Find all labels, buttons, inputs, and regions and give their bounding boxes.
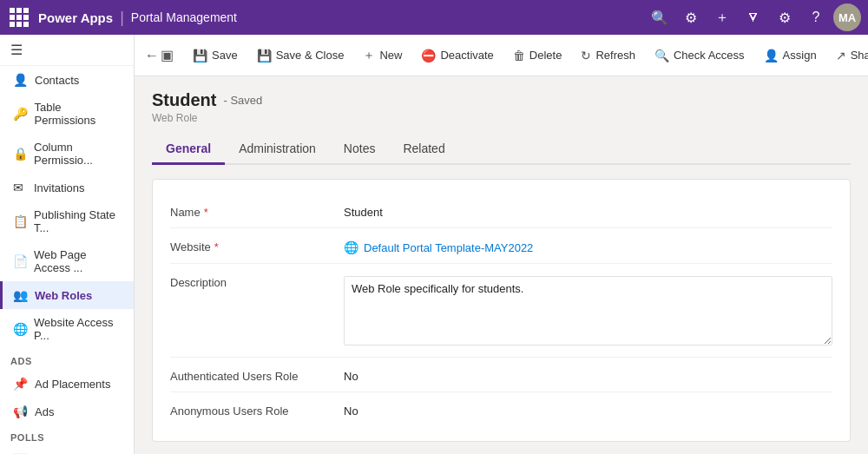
- share-label: Share: [851, 49, 868, 62]
- tabs: General Administration Notes Related: [152, 135, 851, 165]
- website-row: Website * 🌐 Default Portal Template-MAY2…: [170, 228, 832, 264]
- sidebar-item-ad-placements[interactable]: 📌 Ad Placements: [0, 370, 134, 398]
- check-access-icon: 🔍: [654, 49, 669, 63]
- save-close-label: Save & Close: [276, 49, 345, 62]
- deactivate-icon: ⛔: [421, 49, 436, 63]
- avatar[interactable]: MA: [833, 3, 861, 31]
- tab-administration[interactable]: Administration: [225, 135, 330, 165]
- sidebar-item-web-roles-label: Web Roles: [35, 289, 92, 302]
- add-icon[interactable]: ＋: [708, 3, 736, 31]
- sidebar-item-column-permissions[interactable]: 🔒 Column Permissio...: [0, 134, 134, 174]
- page-title: Student: [152, 90, 216, 110]
- save-label: Save: [212, 49, 238, 62]
- main-content: ← ▣ 💾 Save 💾 Save & Close ＋ New ⛔ Deacti…: [135, 35, 868, 454]
- sidebar-item-column-permissions-label: Column Permissio...: [34, 141, 123, 167]
- check-access-label: Check Access: [674, 49, 745, 62]
- help-icon[interactable]: ?: [802, 3, 830, 31]
- save-icon: 💾: [193, 49, 207, 63]
- name-required: *: [204, 206, 208, 219]
- sidebar-item-contacts-label: Contacts: [35, 74, 79, 87]
- assign-label: Assign: [783, 49, 817, 62]
- name-value: Student: [344, 202, 832, 219]
- sidebar-item-web-page-access-label: Web Page Access ...: [34, 248, 123, 274]
- assign-icon: 👤: [764, 49, 779, 63]
- sidebar-item-web-roles[interactable]: 👥 Web Roles: [0, 281, 134, 309]
- sidebar-collapse-btn[interactable]: ☰: [0, 35, 134, 66]
- top-bar-icons: 🔍 ⚙ ＋ ⛛ ⚙ ? MA: [646, 3, 861, 31]
- search-icon[interactable]: 🔍: [646, 3, 674, 31]
- module-name: Portal Management: [131, 10, 237, 24]
- form-container: Name * Student Website * 🌐 Default Porta…: [152, 179, 851, 442]
- sidebar: ☰ 👤 Contacts 🔑 Table Permissions 🔒 Colum…: [0, 35, 135, 454]
- web-page-access-icon: 📄: [13, 254, 27, 268]
- app-name: Power Apps | Portal Management: [38, 9, 237, 27]
- sidebar-item-publishing-state[interactable]: 📋 Publishing State T...: [0, 201, 134, 241]
- refresh-label: Refresh: [595, 49, 635, 62]
- ads-section-header: Ads: [0, 349, 134, 370]
- tab-notes[interactable]: Notes: [330, 135, 390, 165]
- website-label: Website *: [170, 237, 344, 253]
- description-textarea[interactable]: Web Role specifically for students.: [344, 276, 832, 345]
- filter-icon[interactable]: ⛛: [740, 3, 767, 31]
- new-icon: ＋: [363, 48, 375, 63]
- website-value[interactable]: 🌐 Default Portal Template-MAY2022: [344, 237, 832, 254]
- saved-status: - Saved: [223, 94, 262, 107]
- delete-button[interactable]: 🗑 Delete: [504, 43, 571, 68]
- description-label: Description: [170, 273, 344, 289]
- description-value-container: Web Role specifically for students.: [344, 273, 832, 348]
- share-icon: ↗: [836, 49, 846, 63]
- sidebar-item-contacts[interactable]: 👤 Contacts: [0, 66, 134, 94]
- save-close-icon: 💾: [257, 49, 272, 63]
- website-access-icon: 🌐: [13, 322, 27, 336]
- waffle-icon: [10, 8, 29, 27]
- save-close-button[interactable]: 💾 Save & Close: [248, 43, 353, 68]
- name-label: Name *: [170, 202, 344, 219]
- sidebar-item-poll-placements[interactable]: 📊 Poll Placements: [0, 446, 134, 454]
- sidebar-item-ads[interactable]: 📢 Ads: [0, 398, 134, 425]
- check-access-button[interactable]: 🔍 Check Access: [646, 43, 753, 68]
- sidebar-item-ads-label: Ads: [35, 405, 54, 418]
- contacts-icon: 👤: [13, 73, 28, 87]
- gear-icon[interactable]: ⚙: [771, 3, 799, 31]
- delete-icon: 🗑: [513, 49, 525, 63]
- sidebar-item-publishing-state-label: Publishing State T...: [34, 208, 123, 234]
- save-button[interactable]: 💾 Save: [184, 43, 247, 68]
- page-subtitle: Web Role: [152, 112, 851, 124]
- delete-label: Delete: [529, 49, 562, 62]
- back-button[interactable]: ←: [145, 42, 159, 69]
- anonymous-value: No: [344, 401, 832, 418]
- top-bar: Power Apps | Portal Management 🔍 ⚙ ＋ ⛛ ⚙…: [0, 0, 868, 35]
- new-button[interactable]: ＋ New: [354, 43, 411, 69]
- toolbar: ← ▣ 💾 Save 💾 Save & Close ＋ New ⛔ Deacti…: [135, 35, 868, 76]
- anonymous-row: Anonymous Users Role No: [170, 392, 832, 427]
- sidebar-item-invitations-label: Invitations: [34, 181, 85, 194]
- sidebar-item-web-page-access[interactable]: 📄 Web Page Access ...: [0, 241, 134, 281]
- invitations-icon: ✉: [13, 181, 27, 194]
- new-label: New: [379, 49, 402, 62]
- refresh-button[interactable]: ↻ Refresh: [572, 43, 644, 68]
- assign-button[interactable]: 👤 Assign: [755, 43, 825, 68]
- settings-circle-icon[interactable]: ⚙: [677, 3, 705, 31]
- web-roles-icon: 👥: [13, 288, 28, 302]
- website-link-text: Default Portal Template-MAY2022: [364, 241, 533, 254]
- sidebar-item-table-permissions[interactable]: 🔑 Table Permissions: [0, 94, 134, 134]
- name-row: Name * Student: [170, 194, 832, 228]
- sidebar-item-ad-placements-label: Ad Placements: [35, 378, 110, 391]
- page-header: Student - Saved Web Role: [152, 90, 851, 124]
- sidebar-item-invitations[interactable]: ✉ Invitations: [0, 174, 134, 201]
- content-area: Student - Saved Web Role General Adminis…: [135, 76, 868, 454]
- deactivate-label: Deactivate: [440, 49, 493, 62]
- tab-general[interactable]: General: [152, 135, 225, 165]
- description-row: Description Web Role specifically for st…: [170, 264, 832, 358]
- app-name-label: Power Apps: [38, 10, 113, 25]
- sidebar-item-table-permissions-label: Table Permissions: [35, 101, 123, 127]
- sidebar-item-website-access[interactable]: 🌐 Website Access P...: [0, 309, 134, 349]
- deactivate-button[interactable]: ⛔ Deactivate: [412, 43, 502, 68]
- share-button[interactable]: ↗ Share: [827, 43, 868, 68]
- breadcrumb-nav-button[interactable]: ▣: [161, 42, 174, 69]
- globe-icon: 🌐: [344, 240, 358, 254]
- waffle-menu[interactable]: [7, 5, 31, 30]
- anonymous-label: Anonymous Users Role: [170, 401, 344, 418]
- polls-section-header: Polls: [0, 425, 134, 446]
- tab-related[interactable]: Related: [389, 135, 458, 165]
